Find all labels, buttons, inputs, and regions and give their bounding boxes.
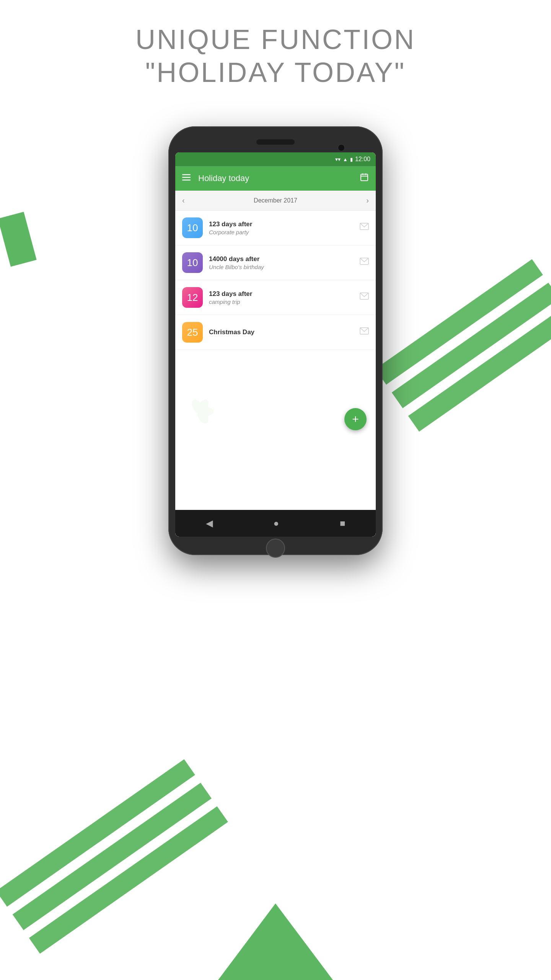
physical-home-button[interactable] [266, 539, 285, 558]
status-bar: ▾▾ ▲ ▮ 12:00 [175, 152, 376, 166]
page-title-area: UNIQUE FUNCTION "HOLIDAY TODAY" [0, 23, 551, 89]
event-name-2: Uncle Bilbo's birthday [209, 264, 354, 270]
date-badge-1: 10 [182, 217, 203, 238]
event-info-3: 123 days after camping trip [209, 290, 354, 305]
date-badge-3: 12 [182, 287, 203, 308]
event-info-1: 123 days after Corporate party [209, 220, 354, 235]
svg-rect-2 [182, 180, 191, 181]
svg-rect-3 [361, 174, 368, 181]
event-item-2[interactable]: 10 14000 days after Uncle Bilbo's birthd… [175, 245, 376, 280]
mail-icon-1[interactable] [360, 223, 369, 233]
calendar-icon[interactable] [360, 173, 369, 184]
event-days-4: Christmas Day [209, 328, 354, 336]
phone-device: ▾▾ ▲ ▮ 12:00 [168, 126, 383, 555]
mail-icon-4[interactable] [360, 327, 369, 337]
month-navigation: ‹ December 2017 › [175, 191, 376, 211]
next-month-button[interactable]: › [366, 196, 369, 205]
back-button[interactable]: ◀ [206, 518, 213, 529]
event-name-3: camping trip [209, 299, 354, 305]
event-days-3: 123 days after [209, 290, 354, 298]
phone-shell: ▾▾ ▲ ▮ 12:00 [168, 126, 383, 555]
event-info-4: Christmas Day [209, 328, 354, 336]
event-days-2: 14000 days after [209, 255, 354, 263]
event-item-1[interactable]: 10 123 days after Corporate party [175, 211, 376, 245]
app-bar: Holiday today [175, 166, 376, 191]
page-title-line2: "HOLIDAY TODAY" [0, 56, 551, 89]
event-name-1: Corporate party [209, 229, 354, 235]
event-info-2: 14000 days after Uncle Bilbo's birthday [209, 255, 354, 270]
status-time: 12:00 [355, 156, 370, 163]
battery-icon: ▮ [350, 157, 353, 162]
wifi-icon: ▾▾ [335, 156, 341, 162]
event-days-1: 123 days after [209, 220, 354, 228]
signal-icon: ▲ [343, 157, 348, 162]
event-item-3[interactable]: 12 123 days after camping trip [175, 280, 376, 315]
svg-rect-0 [182, 174, 191, 175]
recent-apps-button[interactable]: ■ [340, 518, 346, 529]
svg-rect-1 [182, 177, 191, 178]
home-button-area [175, 537, 376, 560]
events-list: 10 123 days after Corporate party [175, 211, 376, 537]
date-badge-4: 25 [182, 322, 203, 343]
date-badge-2: 10 [182, 252, 203, 273]
page-title-line1: UNIQUE FUNCTION [0, 23, 551, 56]
app-watermark [187, 398, 214, 426]
add-event-fab[interactable]: + [344, 408, 367, 430]
event-item-4[interactable]: 25 Christmas Day [175, 315, 376, 350]
hamburger-menu-icon[interactable] [182, 173, 191, 184]
app-bar-title: Holiday today [198, 173, 352, 183]
front-camera [337, 144, 345, 152]
home-button[interactable]: ● [274, 518, 279, 529]
speaker-grille [256, 139, 295, 145]
phone-screen: ▾▾ ▲ ▮ 12:00 [175, 152, 376, 537]
mail-icon-2[interactable] [360, 258, 369, 268]
month-label: December 2017 [254, 197, 297, 204]
status-icons: ▾▾ ▲ ▮ 12:00 [335, 156, 370, 163]
mail-icon-3[interactable] [360, 292, 369, 302]
navigation-bar: ◀ ● ■ [175, 510, 376, 537]
prev-month-button[interactable]: ‹ [182, 196, 185, 205]
